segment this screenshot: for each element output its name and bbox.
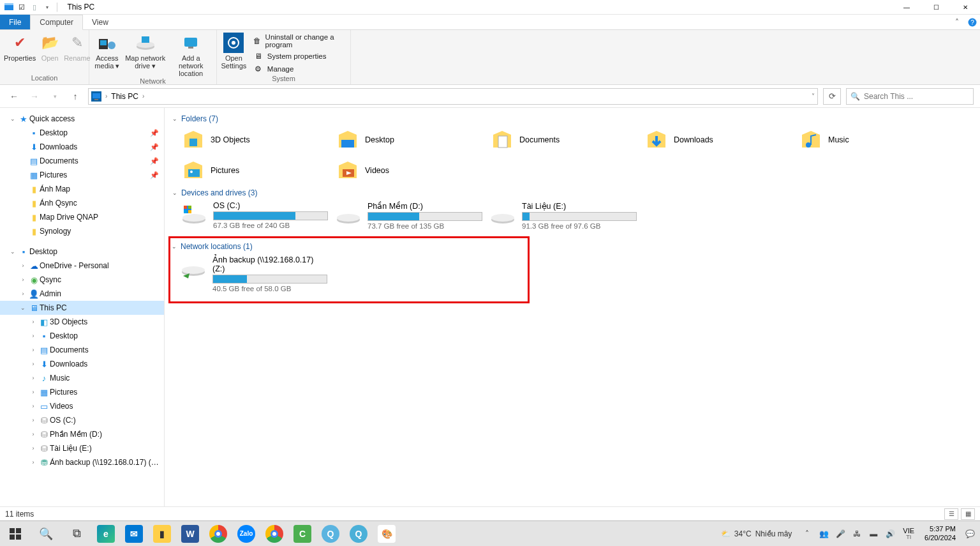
help-button[interactable]: ? — [965, 15, 980, 29]
qat-new-folder-icon[interactable]: ▯ — [29, 2, 40, 12]
maximize-button[interactable]: ☐ — [921, 0, 951, 15]
tiles-view-button[interactable]: ▦ — [961, 508, 975, 520]
sidebar-item[interactable]: ▮Synology — [0, 224, 164, 238]
system-properties-button[interactable]: 🖥 System properties — [251, 50, 346, 62]
chevron-down-icon[interactable]: ⌄ — [18, 305, 28, 311]
language-indicator[interactable]: VIE TI — [900, 527, 917, 541]
access-media-button[interactable]: Access media ▾ — [93, 31, 121, 70]
address-history-dropdown[interactable]: ˅ — [812, 93, 815, 100]
properties-button[interactable]: ✔ Properties — [4, 31, 36, 62]
sidebar-item[interactable]: ›⛁Tài Liệu (E:) — [0, 441, 164, 455]
drive-item-e[interactable]: Tài Liệu (E:) 91.3 GB free of 97.6 GB — [481, 199, 635, 234]
tray-overflow-icon[interactable]: ˄ — [801, 527, 813, 540]
navigation-pane[interactable]: ⌄ ★ Quick access ▪Desktop📌 ⬇Downloads📌 ▤… — [0, 108, 165, 506]
chevron-right-icon[interactable]: › — [28, 417, 38, 423]
chevron-down-icon[interactable]: ⌄ — [8, 248, 18, 255]
chevron-right-icon[interactable]: › — [28, 389, 38, 395]
nav-back-button[interactable]: ← — [6, 89, 22, 104]
tab-view[interactable]: View — [83, 15, 117, 29]
drive-item-c[interactable]: OS (C:) 67.3 GB free of 240 GB — [172, 199, 327, 234]
clock[interactable]: 5:37 PM 6/20/2024 — [921, 525, 960, 542]
chevron-right-icon[interactable]: › — [18, 291, 28, 297]
sidebar-item[interactable]: ›▦Pictures — [0, 385, 164, 399]
add-network-location-button[interactable]: Add a network location — [170, 31, 212, 77]
sidebar-item[interactable]: ›⬇Downloads — [0, 357, 164, 371]
sidebar-item[interactable]: ›▤Documents — [0, 343, 164, 357]
weather-widget[interactable]: ⛅ 34°C Nhiều mây — [716, 529, 798, 538]
chevron-right-icon[interactable]: › — [105, 93, 107, 100]
ribbon-collapse-button[interactable]: ˄ — [949, 15, 965, 29]
chevron-right-icon[interactable]: › — [28, 319, 38, 325]
chevron-right-icon[interactable]: › — [28, 347, 38, 353]
task-view-button[interactable]: ⧉ — [61, 521, 92, 547]
open-button[interactable]: 📂 Open — [40, 31, 60, 62]
folders-section-header[interactable]: ⌄ Folders (7) — [172, 114, 972, 123]
notifications-icon[interactable]: 💬 — [963, 527, 976, 540]
folder-item[interactable]: Documents — [481, 125, 635, 155]
map-network-drive-button[interactable]: Map network drive ▾ — [125, 31, 166, 70]
folder-item[interactable]: 3D Objects — [172, 125, 327, 155]
network-locations-section-header[interactable]: ⌄ Network locations (1) — [172, 242, 394, 251]
qat-properties-icon[interactable]: ☑ — [17, 2, 27, 12]
chevron-down-icon[interactable]: ⌄ — [172, 116, 177, 122]
sidebar-item[interactable]: ›⛃Ảnh backup (\\192.168.0.17) (Z:) — [0, 455, 164, 469]
taskbar-app-edge[interactable]: e — [92, 521, 120, 547]
sidebar-item[interactable]: ›▪Desktop — [0, 329, 164, 343]
uninstall-program-button[interactable]: 🗑 Uninstall or change a program — [251, 33, 346, 49]
sidebar-item[interactable]: ›♪Music — [0, 371, 164, 385]
sidebar-item[interactable]: ▮Ảnh Qsync — [0, 196, 164, 210]
network-icon[interactable]: 🖧 — [850, 527, 863, 540]
taskbar-app-zalo[interactable]: Zalo — [232, 521, 260, 547]
sidebar-item-downloads[interactable]: ⬇Downloads📌 — [0, 140, 164, 154]
sidebar-item-this-pc[interactable]: ⌄🖥This PC — [0, 301, 164, 315]
folder-item[interactable]: Desktop — [327, 125, 481, 155]
chevron-right-icon[interactable]: › — [28, 431, 38, 437]
refresh-button[interactable]: ⟳ — [823, 88, 841, 105]
taskbar-app-word[interactable]: W — [176, 521, 204, 547]
chevron-right-icon[interactable]: › — [28, 375, 38, 381]
quick-access-node[interactable]: ⌄ ★ Quick access — [0, 112, 164, 126]
nav-forward-button[interactable]: → — [27, 89, 42, 104]
battery-icon[interactable]: ▬ — [867, 527, 880, 540]
sidebar-item[interactable]: ›◧3D Objects — [0, 315, 164, 329]
tab-file[interactable]: File — [0, 15, 30, 29]
search-box[interactable]: 🔍 Search This ... — [846, 88, 974, 105]
chevron-right-icon[interactable]: › — [18, 262, 28, 269]
sidebar-item[interactable]: ›⛁OS (C:) — [0, 413, 164, 427]
taskbar-app-qsync[interactable]: Q — [345, 521, 373, 547]
folder-item[interactable]: Music — [790, 125, 944, 155]
sidebar-item[interactable]: ▮Map Drive QNAP — [0, 210, 164, 224]
microphone-icon[interactable]: 🎤 — [834, 527, 847, 540]
chevron-down-icon[interactable]: ⌄ — [172, 190, 177, 196]
chevron-down-icon[interactable]: ⌄ — [172, 243, 177, 250]
address-box[interactable]: › This PC › ˅ — [88, 88, 818, 105]
content-pane[interactable]: ⌄ Folders (7) 3D Objects Desktop Documen… — [165, 108, 980, 506]
folder-item[interactable]: Videos — [327, 155, 481, 186]
qat-dropdown-icon[interactable]: ▾ — [42, 2, 52, 12]
start-button[interactable] — [0, 521, 31, 547]
chevron-right-icon[interactable]: › — [18, 277, 28, 283]
sidebar-item-qsync[interactable]: ›◉Qsync — [0, 273, 164, 287]
sidebar-item-onedrive[interactable]: ›☁OneDrive - Personal — [0, 259, 164, 273]
folder-item[interactable]: Pictures — [172, 155, 327, 186]
taskbar-app-camtasia[interactable]: C — [288, 521, 316, 547]
chevron-right-icon[interactable]: › — [28, 403, 38, 409]
search-button[interactable]: 🔍 — [31, 521, 61, 547]
manage-button[interactable]: ⚙ Manage — [251, 63, 346, 75]
taskbar-app-qfinder[interactable]: Q — [316, 521, 345, 547]
folder-item[interactable]: Downloads — [635, 125, 790, 155]
drives-section-header[interactable]: ⌄ Devices and drives (3) — [172, 188, 972, 197]
chevron-right-icon[interactable]: › — [28, 361, 38, 367]
desktop-node[interactable]: ⌄ ▪ Desktop — [0, 245, 164, 259]
chevron-right-icon[interactable]: › — [28, 459, 38, 466]
open-settings-button[interactable]: Open Settings — [221, 31, 247, 70]
nav-up-button[interactable]: ↑ — [68, 89, 83, 104]
chevron-down-icon[interactable]: ⌄ — [8, 116, 18, 122]
sidebar-item-desktop[interactable]: ▪Desktop📌 — [0, 126, 164, 140]
taskbar-app-mail[interactable]: ✉ — [120, 521, 148, 547]
chevron-right-icon[interactable]: › — [142, 93, 144, 100]
sidebar-item-admin[interactable]: ›👤Admin — [0, 287, 164, 301]
volume-icon[interactable]: 🔊 — [884, 527, 896, 540]
sidebar-item-documents[interactable]: ▤Documents📌 — [0, 154, 164, 168]
people-icon[interactable]: 👥 — [817, 527, 830, 540]
